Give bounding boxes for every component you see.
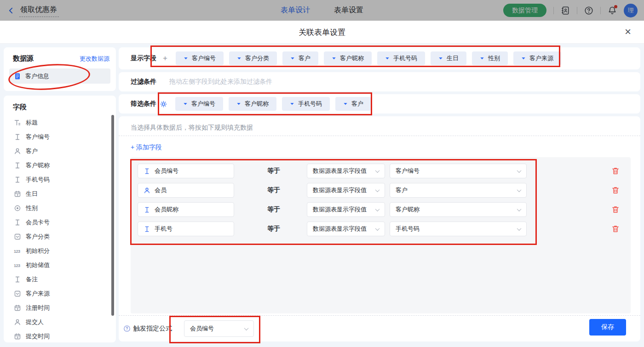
- field-list-item[interactable]: 生日: [4, 187, 116, 201]
- screening-field-tag[interactable]: 客户编号: [175, 97, 223, 111]
- caret-down-icon: [290, 102, 294, 106]
- caret-down-icon: [237, 56, 242, 61]
- source-type-select[interactable]: 数据源表显示字段值: [307, 202, 385, 217]
- field-list-item[interactable]: 客户昵称: [4, 158, 116, 172]
- field-list-item[interactable]: 标题: [4, 115, 116, 130]
- contacts-icon[interactable]: [561, 6, 570, 15]
- display-field-tag[interactable]: 生日: [431, 51, 466, 65]
- operator-label: 等于: [267, 205, 307, 214]
- caret-down-icon: [332, 56, 336, 61]
- text-icon: [14, 133, 21, 141]
- fields-list: 标题 客户编号 客户 客户昵称: [4, 115, 116, 343]
- field-list-item[interactable]: 123 初始积分: [4, 244, 116, 258]
- operator-label: 等于: [267, 186, 307, 194]
- chevron-down-icon: [517, 168, 522, 173]
- field-list-item[interactable]: 手机号码: [4, 172, 116, 187]
- caret-down-icon: [236, 102, 241, 106]
- display-field-tag[interactable]: 客户编号: [176, 51, 224, 65]
- screening-field-tag[interactable]: 客户: [335, 97, 371, 111]
- source-type-value: 数据源表显示字段值: [313, 186, 367, 194]
- field-list-item[interactable]: 客户: [4, 144, 116, 158]
- target-field-box[interactable]: 手机号: [138, 222, 234, 236]
- target-field-label: 会员编号: [155, 167, 178, 175]
- screening-field-tag[interactable]: 客户昵称: [229, 97, 276, 111]
- source-type-select[interactable]: 数据源表显示字段值: [307, 183, 385, 198]
- source-field-select[interactable]: 手机号码: [390, 222, 527, 236]
- field-list-item[interactable]: 客户分类: [4, 229, 116, 244]
- field-label: 会员卡号: [26, 218, 50, 227]
- source-field-select[interactable]: 客户编号: [390, 164, 527, 178]
- display-fields-label: 显示字段: [131, 54, 156, 63]
- field-list-item[interactable]: 备注: [4, 272, 116, 286]
- notification-dot: [614, 5, 617, 8]
- source-type-value: 数据源表显示字段值: [313, 205, 367, 214]
- fields-scrollbar[interactable]: [111, 115, 114, 316]
- display-field-tag[interactable]: 客户: [282, 51, 318, 65]
- field-list-item[interactable]: 提交时间: [4, 329, 116, 343]
- notification-bell-icon[interactable]: [608, 6, 617, 15]
- avatar[interactable]: 理: [624, 4, 638, 17]
- text-icon: [14, 219, 21, 226]
- tag-label: 客户来源: [529, 54, 553, 63]
- delete-rule-button[interactable]: [611, 205, 620, 214]
- question-circle-icon[interactable]: [123, 325, 131, 332]
- target-field-label: 会员昵称: [155, 205, 178, 214]
- save-button[interactable]: 保存: [589, 319, 626, 336]
- trigger-formula-select[interactable]: 会员编号: [184, 320, 254, 337]
- field-list-item[interactable]: 注册时间: [4, 301, 116, 315]
- chevron-down-icon: [244, 326, 249, 330]
- field-list-item[interactable]: 客户来源: [4, 286, 116, 301]
- datasource-panel: 数据源 更改数据源 客户信息: [4, 47, 116, 91]
- source-type-value: 数据源表显示字段值: [313, 167, 367, 175]
- source-field-value: 客户昵称: [396, 205, 420, 214]
- tab-form-design[interactable]: 表单设计: [281, 6, 310, 15]
- display-field-tag[interactable]: 手机号码: [377, 51, 425, 65]
- data-manage-button[interactable]: 数据管理: [503, 4, 546, 17]
- display-fields-row: 显示字段 + 客户编号 客户分类 客户: [119, 47, 640, 69]
- field-list-item[interactable]: 性别: [4, 201, 116, 215]
- caret-down-icon: [184, 56, 188, 61]
- trash-icon: [611, 186, 620, 194]
- target-field-label: 会员: [155, 186, 167, 194]
- close-icon[interactable]: ×: [625, 26, 631, 37]
- delete-rule-button[interactable]: [611, 167, 620, 175]
- field-list-item[interactable]: 会员卡号: [4, 215, 116, 229]
- delete-rule-button[interactable]: [611, 186, 620, 194]
- add-display-field-button[interactable]: +: [163, 54, 167, 63]
- gear-icon[interactable]: [160, 101, 167, 108]
- calendar-icon: [14, 190, 21, 198]
- field-label: 提交时间: [26, 332, 50, 341]
- chevron-down-icon: [517, 226, 522, 231]
- display-field-tag[interactable]: 性别: [472, 51, 508, 65]
- source-type-select[interactable]: 数据源表显示字段值: [307, 164, 385, 178]
- calendar-icon: [14, 304, 21, 312]
- display-field-tag[interactable]: 客户昵称: [324, 51, 372, 65]
- tag-label: 客户编号: [191, 100, 215, 108]
- display-field-tag[interactable]: 客户来源: [513, 51, 561, 65]
- add-field-link[interactable]: + 添加字段: [131, 143, 162, 152]
- target-field-box[interactable]: 会员昵称: [138, 202, 234, 217]
- field-list-item[interactable]: 提交人: [4, 315, 116, 329]
- tab-form-settings[interactable]: 表单设置: [334, 6, 363, 15]
- help-icon[interactable]: [584, 6, 593, 15]
- source-field-select[interactable]: 客户: [390, 183, 527, 198]
- change-datasource-link[interactable]: 更改数据源: [80, 55, 109, 63]
- field-label: 生日: [26, 190, 38, 198]
- source-type-select[interactable]: 数据源表显示字段值: [307, 222, 385, 236]
- filter-dropzone[interactable]: 拖动左侧字段到此处来添加过滤条件: [169, 78, 272, 86]
- field-list-item[interactable]: 客户编号: [4, 130, 116, 144]
- chevron-down-icon: [517, 188, 522, 192]
- rule-row: 手机号 等于 数据源表显示字段值 手机号码: [138, 222, 624, 236]
- source-field-select[interactable]: 客户昵称: [390, 202, 527, 217]
- person-icon: [14, 319, 21, 326]
- target-field-box[interactable]: 会员: [138, 183, 234, 198]
- delete-rule-button[interactable]: [611, 225, 620, 233]
- screening-field-tag[interactable]: 手机号码: [282, 97, 330, 111]
- target-field-box[interactable]: 会员编号: [138, 164, 234, 178]
- datasource-item[interactable]: 客户信息: [9, 68, 110, 84]
- chevron-down-icon: [375, 207, 380, 211]
- display-field-tag[interactable]: 客户分类: [229, 51, 277, 65]
- field-list-item[interactable]: 123 初始储值: [4, 258, 116, 272]
- number-icon: 123: [14, 247, 21, 255]
- text-icon: [144, 168, 150, 175]
